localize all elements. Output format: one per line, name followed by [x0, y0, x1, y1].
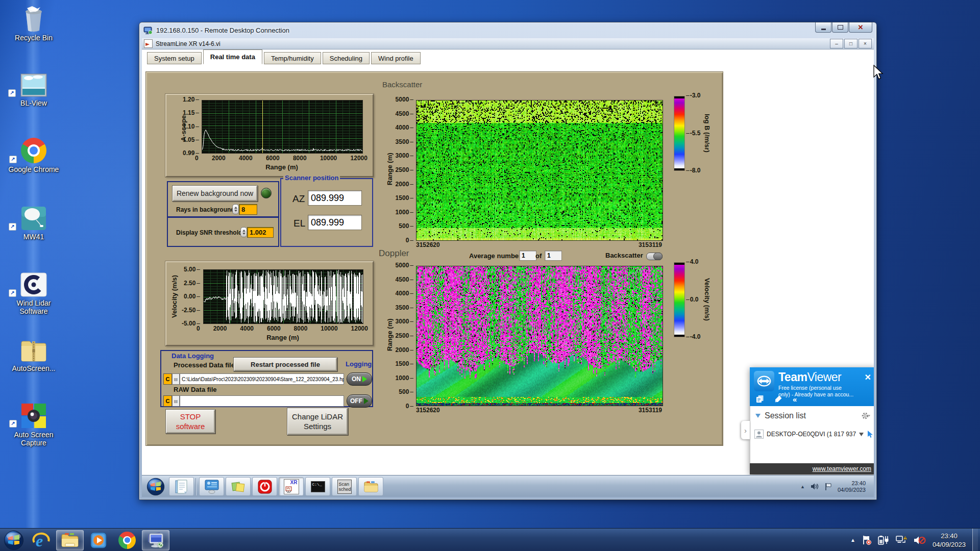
tick-label: 0	[197, 325, 200, 332]
session-list-header[interactable]: Session list	[755, 411, 806, 420]
renew-background-button[interactable]: Renew background now	[172, 185, 258, 202]
tab-real-time-data[interactable]: Real time data	[203, 49, 262, 64]
app-close-button[interactable]: ×	[859, 39, 872, 48]
start-orb-icon	[4, 530, 24, 550]
processed-drive-selector[interactable]: C	[163, 373, 172, 385]
desktop-icon-recycle-bin[interactable]: Recycle Bin	[4, 4, 63, 42]
desktop-icon-autoscreen-zip[interactable]: AutoScreen...	[4, 335, 63, 372]
host-internet-explorer-button[interactable]: e	[28, 530, 55, 550]
chevron-down-icon[interactable]	[859, 433, 864, 436]
maximize-button[interactable]	[832, 22, 848, 33]
app-restore-button[interactable]: □	[844, 39, 857, 48]
teamviewer-close-icon[interactable]: ✕	[865, 372, 871, 382]
tick-label: 500	[399, 223, 413, 229]
az-value-field[interactable]: 089.999	[308, 190, 362, 206]
processed-logging-on-button[interactable]: ON	[347, 372, 372, 386]
show-desktop-button[interactable]	[972, 529, 978, 551]
average-number-field[interactable]: 1	[519, 251, 536, 261]
remote-power-off-button[interactable]	[252, 477, 277, 496]
desktop-icon-label: Google Chrome	[4, 165, 63, 173]
tray-expand-icon[interactable]: ▲	[850, 537, 855, 543]
action-center-flag-icon[interactable]	[862, 535, 871, 545]
remote-speaker-icon[interactable]	[811, 483, 819, 490]
power-battery-icon[interactable]	[878, 535, 889, 545]
desktop-icon-label: Auto Screen Capture	[4, 431, 63, 447]
remote-folder-button[interactable]	[358, 477, 383, 496]
app-window-title: StreamLine XR v14-6.vi	[156, 40, 829, 47]
host-media-player-button[interactable]	[85, 530, 112, 550]
desktop-icon-mw41[interactable]: ↗ MW41	[4, 203, 63, 241]
stop-software-button[interactable]: STOPsoftware	[165, 409, 215, 434]
rays-value-field[interactable]: 8	[239, 204, 257, 215]
remote-display-settings-button[interactable]	[199, 477, 224, 496]
wind-lidar-icon: ↗	[4, 269, 63, 297]
desktop-icon-auto-screen-capture[interactable]: ↗ Auto Screen Capture	[4, 401, 63, 447]
processed-path-field[interactable]: C:\Lidar\Data\Proc\2023\202309\20230904\…	[180, 373, 344, 385]
average-total-field[interactable]: 1	[545, 251, 562, 261]
tick-label: 3000	[396, 318, 413, 324]
tick-label: -2.50	[182, 307, 200, 313]
teamviewer-brush-icon[interactable]	[774, 395, 782, 403]
desktop-icon-label: Recycle Bin	[4, 34, 63, 42]
ascope-graph-frame: A-scope 1.201.151.101.050.99 02000400060…	[165, 94, 374, 177]
raw-drive-selector[interactable]: C	[163, 395, 172, 407]
teamviewer-website-link[interactable]: www.teamviewer.com	[813, 465, 871, 472]
raw-browse-icon[interactable]: ▤	[172, 395, 180, 407]
logging-label: Logging	[346, 360, 372, 368]
tick-label: 0	[195, 155, 199, 161]
tick-label: 1000	[396, 209, 413, 215]
restart-processed-file-button[interactable]: Restart processed file	[233, 357, 337, 371]
teamviewer-side-tab[interactable]: ›	[741, 421, 750, 439]
host-explorer-button[interactable]	[56, 530, 84, 550]
app-minimize-button[interactable]: –	[830, 39, 843, 48]
app-titlebar[interactable]: StreamLine XR v14-6.vi – □ ×	[142, 38, 874, 49]
raw-logging-off-button[interactable]: OFF	[347, 394, 372, 408]
remote-start-button[interactable]	[144, 477, 167, 497]
tab-scheduling[interactable]: Scheduling	[323, 52, 370, 64]
tab-wind-profile[interactable]: Wind profile	[371, 52, 421, 64]
backscatter-toggle-switch[interactable]	[646, 253, 663, 260]
remote-sticky-notes-button[interactable]	[226, 477, 251, 496]
teamviewer-copy-icon[interactable]	[756, 395, 764, 403]
doppler-heatmap[interactable]	[416, 266, 663, 406]
el-value-field[interactable]: 089.999	[308, 215, 362, 230]
raw-path-field[interactable]	[180, 395, 344, 407]
tab-temp-humidity[interactable]: Temp/humidity	[264, 52, 321, 64]
remote-notepad-button[interactable]	[169, 477, 194, 496]
host-remote-desktop-button[interactable]	[142, 530, 169, 550]
remote-command-prompt-button[interactable]: C:\_	[305, 477, 330, 496]
host-start-button[interactable]	[1, 530, 27, 550]
tick-label: 4000	[239, 155, 253, 161]
snr-value-field[interactable]: 1.002	[247, 227, 274, 238]
tab-system-setup[interactable]: System setup	[147, 52, 202, 64]
session-list-item[interactable]: DESKTOP-OE0QDVI (1 817 937	[754, 430, 874, 439]
desktop-icon-bl-view[interactable]: ↗ BL-View	[4, 69, 63, 107]
velocity-plot-area[interactable]	[203, 269, 363, 324]
network-status-icon[interactable]	[896, 535, 907, 545]
desktop-icon-wind-lidar[interactable]: ↗ Wind Lidar Software	[4, 269, 63, 315]
tick-label: 12000	[351, 155, 368, 161]
desktop-icon-google-chrome[interactable]: ↗ Google Chrome	[4, 136, 63, 173]
remote-flag-icon[interactable]	[825, 483, 832, 491]
remote-scan-scheduler-button[interactable]: Scansched	[332, 477, 357, 496]
rdp-titlebar[interactable]: 192.168.0.150 - Remote Desktop Connectio…	[139, 22, 876, 38]
teamviewer-collapse-icon[interactable]: «	[793, 395, 797, 404]
volume-muted-icon[interactable]	[914, 535, 926, 545]
rays-spinner[interactable]	[232, 204, 239, 214]
ascope-plot-area[interactable]	[202, 100, 363, 154]
backscatter-heatmap[interactable]	[416, 100, 663, 241]
processed-browse-icon[interactable]: ▤	[172, 373, 180, 385]
remote-streamline-xr-button[interactable]: XR	[279, 477, 304, 496]
tick-label: 4000	[396, 290, 413, 296]
close-button[interactable]: ✕	[849, 22, 872, 33]
host-clock[interactable]: 23:4004/09/2023	[933, 532, 966, 549]
session-settings-gear-icon[interactable]	[862, 412, 871, 419]
doppler-colorbar-ticks: 4.00.0-4.0	[686, 259, 700, 340]
change-lidar-settings-button[interactable]: Change LiDARSettings	[287, 408, 348, 435]
host-chrome-button[interactable]	[113, 530, 141, 550]
remote-tray-expand-icon[interactable]: ▲	[800, 484, 805, 489]
background-led-indicator[interactable]	[261, 188, 272, 198]
remote-clock[interactable]: 23:4004/09/2023	[838, 480, 866, 493]
snr-spinner[interactable]	[240, 227, 247, 237]
minimize-button[interactable]	[815, 22, 831, 33]
